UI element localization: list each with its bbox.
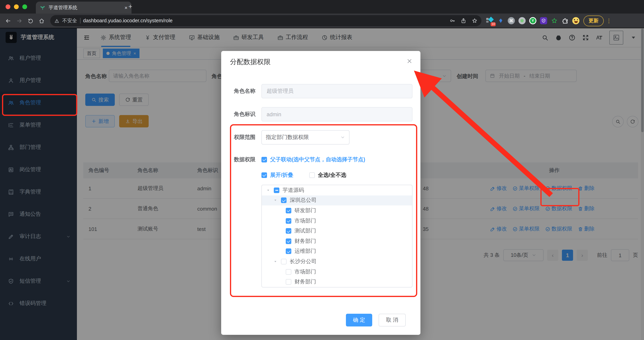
- tree-node-label: 长沙分公司: [290, 258, 316, 265]
- tree-checkbox-checked[interactable]: [286, 208, 291, 213]
- extension-star-icon[interactable]: [551, 17, 558, 24]
- scope-label: 权限范围: [234, 130, 256, 145]
- maximize-window-button[interactable]: [22, 4, 27, 9]
- tree-node[interactable]: 财务部门: [262, 277, 412, 287]
- value: 超级管理员: [266, 88, 294, 95]
- role-name-input-disabled: 超级管理员: [262, 84, 412, 98]
- reload-icon[interactable]: [28, 18, 34, 24]
- tree-node-label: 运维部门: [294, 248, 316, 255]
- tree-node[interactable]: 运维部门: [262, 246, 412, 256]
- data-perm-label: 数据权限: [234, 152, 256, 167]
- forward-icon[interactable]: [16, 18, 22, 24]
- linkage-checkbox[interactable]: [262, 157, 267, 162]
- tree-node[interactable]: 研发部门: [262, 205, 412, 216]
- not-secure-warning-icon: [54, 18, 60, 23]
- tree-node[interactable]: 财务部门: [262, 236, 412, 246]
- expand-collapse-checkbox[interactable]: [262, 172, 267, 178]
- browser-menu-icon[interactable]: ⋮: [606, 17, 612, 24]
- tree-node[interactable]: 市场部门: [262, 216, 412, 226]
- tree-node-label: 财务部门: [294, 278, 316, 286]
- favicon-plant-icon: [40, 5, 46, 10]
- confirm-button[interactable]: 确 定: [346, 314, 372, 327]
- tab-close-icon[interactable]: ×: [124, 4, 128, 10]
- tree-node[interactable]: 芋道源码: [262, 185, 412, 195]
- back-icon[interactable]: [5, 18, 11, 24]
- tree-options: 展开/折叠 全选/全不选: [262, 171, 346, 179]
- extension-diamond-icon[interactable]: 10: [486, 17, 493, 24]
- role-name-label: 角色名称: [234, 84, 256, 98]
- tree-checkbox-checked[interactable]: [286, 249, 291, 254]
- select-all-checkbox[interactable]: [309, 172, 315, 178]
- caret-down-icon[interactable]: [273, 198, 278, 202]
- tree-node-label: 财务部门: [294, 238, 316, 245]
- tree-checkbox-checked[interactable]: [286, 228, 291, 234]
- tree-checkbox-indeterminate[interactable]: [274, 188, 279, 193]
- security-label: 不安全: [62, 17, 77, 24]
- tree-node-label: 市场部门: [294, 217, 316, 224]
- extension-y-icon[interactable]: Y: [529, 17, 536, 24]
- department-tree: 芋道源码 深圳总公司 研发部门 市场部门 测试部门 财务部门 运维部门 长沙分公…: [262, 185, 412, 288]
- bookmark-star-icon[interactable]: [472, 18, 478, 23]
- browser-chrome: 芋道管理系统 × + 不安全 dashboard.yudao.iocoder.c…: [0, 0, 644, 28]
- browser-tab-bar: 芋道管理系统 × +: [0, 0, 644, 13]
- tree-node[interactable]: 深圳总公司: [262, 195, 412, 205]
- linkage-label: 父子联动(选中父节点，自动选择子节点): [270, 156, 365, 163]
- browser-url-bar: 不安全 dashboard.yudao.iocoder.cn/system/ro…: [0, 13, 644, 28]
- dialog-close-icon[interactable]: [406, 58, 412, 64]
- extension-shield-icon[interactable]: [540, 17, 547, 24]
- select-all-label: 全选/全不选: [318, 172, 346, 179]
- extensions-area: 10 ⌘ Y: [486, 17, 580, 24]
- extensions-puzzle-icon[interactable]: [562, 17, 569, 24]
- role-code-input-disabled: admin: [262, 107, 412, 121]
- minimize-window-button[interactable]: [14, 4, 19, 9]
- home-icon[interactable]: [39, 18, 45, 24]
- role-code-label: 角色标识: [234, 107, 256, 121]
- cancel-button[interactable]: 取 消: [378, 314, 406, 327]
- share-icon[interactable]: [461, 18, 466, 23]
- password-key-icon[interactable]: [450, 18, 455, 23]
- tree-checkbox-unchecked[interactable]: [281, 259, 286, 264]
- address-bar[interactable]: 不安全 dashboard.yudao.iocoder.cn/system/ro…: [50, 15, 482, 26]
- tree-node-label: 深圳总公司: [290, 197, 316, 204]
- extension-dot-icon[interactable]: [518, 17, 526, 24]
- tree-node-label: 研发部门: [294, 207, 316, 214]
- dialog-title: 分配数据权限: [230, 57, 270, 66]
- tree-node-label: 市场部门: [294, 268, 316, 275]
- browser-update-button[interactable]: 更新: [584, 15, 604, 26]
- tree-node-label: 芋道源码: [282, 187, 304, 194]
- tree-node[interactable]: 测试部门: [262, 226, 412, 236]
- tree-node[interactable]: 长沙分公司: [262, 256, 412, 267]
- chevron-down-icon: [340, 135, 345, 140]
- tree-checkbox-checked[interactable]: [286, 239, 291, 244]
- assign-data-permission-dialog: 分配数据权限 角色名称 超级管理员 角色标识 admin 权限范围 指定部门数据…: [221, 51, 420, 335]
- caret-down-icon[interactable]: [273, 260, 278, 264]
- tree-checkbox-checked[interactable]: [281, 198, 286, 203]
- tree-node[interactable]: 市场部门: [262, 267, 412, 277]
- scope-select[interactable]: 指定部门数据权限: [262, 130, 350, 145]
- divider: [80, 18, 80, 23]
- tab-title: 芋道管理系统: [48, 4, 121, 11]
- profile-smiley-icon[interactable]: [572, 17, 580, 24]
- expand-collapse-label: 展开/折叠: [270, 172, 293, 179]
- linkage-option: 父子联动(选中父节点，自动选择子节点): [262, 156, 365, 164]
- tree-checkbox-unchecked[interactable]: [286, 279, 291, 285]
- caret-down-icon[interactable]: [266, 188, 270, 192]
- url-text: dashboard.yudao.iocoder.cn/system/role: [83, 18, 447, 23]
- tree-checkbox-unchecked[interactable]: [286, 269, 291, 275]
- value: admin: [266, 111, 281, 117]
- screen: 芋道管理系统 × + 不安全 dashboard.yudao.iocoder.c…: [0, 0, 644, 340]
- extension-command-icon[interactable]: ⌘: [508, 17, 515, 24]
- new-tab-button[interactable]: +: [128, 3, 132, 11]
- extension-kite-icon[interactable]: [497, 17, 504, 24]
- tree-checkbox-checked[interactable]: [286, 218, 291, 224]
- window-controls: [6, 4, 27, 9]
- close-window-button[interactable]: [6, 4, 10, 9]
- selected-value: 指定部门数据权限: [266, 134, 309, 141]
- browser-tab[interactable]: 芋道管理系统 ×: [36, 1, 132, 13]
- tree-node-label: 测试部门: [294, 227, 316, 235]
